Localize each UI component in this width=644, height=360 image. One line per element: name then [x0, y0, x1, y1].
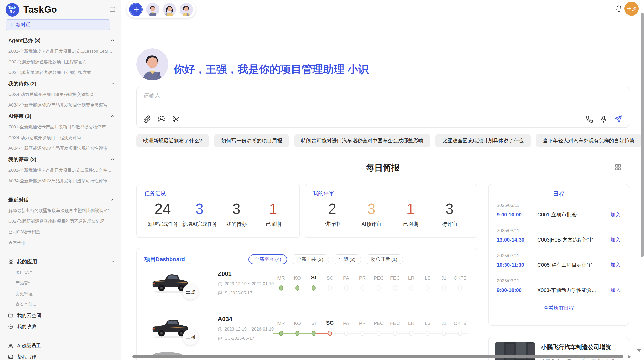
milestone-OKTB: OKTB — [452, 274, 468, 292]
filter-tab[interactable]: 全新上装 (3) — [291, 254, 329, 264]
microphone-icon[interactable] — [600, 115, 607, 123]
join-link[interactable]: 加入 — [610, 236, 621, 243]
list-item[interactable]: Z001-全新燃油轻卡产品开发项目SI节点属性5D文件评审 — [0, 165, 121, 176]
vertical-scrollbar[interactable] — [641, 13, 644, 257]
sidebar-item-ai-super-staff[interactable]: AI超级员工 — [0, 340, 121, 351]
chevron-up-icon[interactable] — [110, 81, 115, 87]
chat-input[interactable] — [143, 92, 622, 99]
stat-label: AI预评审 — [352, 221, 391, 228]
milestone-SC: SC — [322, 319, 338, 337]
sidebar-header: Task Go TaskGo — [0, 0, 121, 19]
view-all-chats[interactable]: 查看全部... — [0, 237, 121, 248]
section-title: 我的评审 (2) — [8, 156, 36, 163]
suggestion-chip[interactable]: 欧洲新规最近颁布了什么? — [136, 134, 209, 147]
chevron-up-icon[interactable] — [110, 197, 115, 204]
join-link[interactable]: 加入 — [610, 211, 621, 218]
project-info: Z001 2023-12-19 ~ 2027-01-19 SI-2025-05-… — [218, 270, 274, 296]
list-item[interactable]: Z001-全新燃油皮卡产品开发项目SI节点Lesson Learn报告 — [0, 46, 121, 57]
list-item[interactable]: C02-飞腾新能源轻客改款项目里程碑画布 — [0, 57, 121, 67]
dashboard-header: 项目Dashboard 全新平台 (4) 全新上装 (3) 年型 (2) 动总开… — [144, 254, 469, 264]
stat-value: 3 — [352, 200, 391, 217]
section-title: AI评审 (3) — [8, 113, 31, 120]
section-my-review[interactable]: 我的评审 (2) — [0, 154, 121, 165]
scissors-icon[interactable] — [172, 115, 180, 123]
suggestion-chip[interactable]: 当下年轻人对汽车外观有怎样的喜好趋势 — [536, 134, 641, 147]
filter-tab[interactable]: 动总开发 (1) — [365, 254, 403, 264]
assistant-avatar — [136, 48, 168, 80]
scroll-down-arrow[interactable] — [637, 349, 641, 352]
clock-icon — [218, 327, 223, 332]
collapse-sidebar-icon[interactable] — [109, 6, 116, 14]
sidebar-item-cloud-space[interactable]: 我的云空间 — [0, 310, 121, 321]
list-item[interactable]: 公司Q3轻卡销量 — [0, 227, 121, 237]
join-link[interactable]: 加入 — [610, 287, 621, 294]
section-title: 最近对话 — [8, 197, 29, 203]
notifications-bell-icon[interactable] — [615, 5, 623, 14]
input-toolbar — [143, 115, 622, 123]
agent-avatar-2[interactable] — [163, 3, 176, 16]
sidebar-item-product-mgmt[interactable]: 产品管理 — [0, 278, 121, 289]
divider — [0, 190, 121, 190]
list-item[interactable]: C02-飞腾新能源轻客改款项目立项汇报方案 — [0, 67, 121, 78]
view-all-schedule-link[interactable]: 查看所有日程 — [497, 305, 621, 311]
stat: 1 已逾期 — [391, 200, 430, 228]
user-avatar[interactable]: 王强 — [624, 2, 639, 16]
agent-switcher — [127, 1, 196, 18]
list-item[interactable]: A034-全新新能源MUV产品开发项目计划变更类编写 — [0, 100, 121, 111]
section-agent-done[interactable]: Agent已办 (3) — [0, 35, 121, 46]
section-my-apps[interactable]: 我的应用 — [0, 256, 121, 267]
list-item[interactable]: C0X4-动力总成开发项目工程变更评审 — [0, 132, 121, 143]
add-agent-button[interactable] — [129, 3, 143, 16]
chat-input-card — [136, 87, 629, 128]
suggestion-chip[interactable]: 如何写一份清晰的项目周报 — [214, 134, 289, 147]
chevron-up-icon[interactable] — [110, 157, 115, 163]
milestone-FEC: FEC — [387, 274, 403, 292]
chevron-up-icon[interactable] — [110, 114, 115, 120]
list-item[interactable]: C0X4-动力总成开发项目SI里程碑提交物检查 — [0, 89, 121, 100]
milestone-OKTB: OKTB — [452, 319, 468, 337]
suggestion-chip[interactable]: 比亚迪全固态电池计划具体说了什么 — [435, 134, 531, 147]
suggestion-chip[interactable]: 特朗普可能对进口汽车增税会对中国车企造成哪些影响 — [294, 134, 430, 147]
milestone-KO: KO — [289, 274, 305, 292]
section-recent-chats[interactable]: 最近对话 — [0, 194, 121, 205]
stat: 24 新增完成任务 — [144, 200, 181, 228]
list-item[interactable]: A034-全新新能源MUV产品开发项目造型可行性评审 — [0, 176, 121, 186]
image-upload-icon[interactable] — [158, 115, 165, 123]
section-ai-review[interactable]: AI评审 (3) — [0, 111, 121, 122]
plus-icon: + — [9, 22, 13, 28]
project-row[interactable]: 王强 Z001 2023-12-19 ~ 2027-01-19 SI-2025-… — [144, 268, 469, 309]
agent-avatar-3[interactable] — [180, 3, 193, 16]
scroll-right-arrow[interactable] — [628, 355, 631, 359]
list-item[interactable]: C02-飞腾新能源轻客改款项目的闭环通告反馈情况 — [0, 216, 121, 227]
phone-call-icon[interactable] — [586, 115, 593, 123]
badge-star-icon — [8, 324, 13, 329]
project-row[interactable]: 王强 A034 2023-12-19 ~ 2026-01-19 SC-2025-… — [144, 313, 469, 355]
join-link[interactable]: 加入 — [610, 262, 621, 268]
chevron-up-icon[interactable] — [110, 38, 115, 44]
sidebar-item-favorites[interactable]: 我的收藏 — [0, 321, 121, 332]
project-dates: 2023-12-19 ~ 2026-01-19 — [225, 327, 274, 332]
stat-value: 2 — [313, 200, 352, 217]
agent-avatar-1[interactable] — [146, 3, 159, 16]
list-item[interactable]: A034-全新新能源MUV产品开发项目法规符合性评审 — [0, 143, 121, 154]
section-my-todo[interactable]: 我的待办 (2) — [0, 78, 121, 89]
list-item[interactable]: 解释最新出台的欧盟报废车法规再生塑料比例被调至15%... — [0, 205, 121, 216]
dashboard-filters: 全新平台 (4) 全新上装 (3) 年型 (2) 动总开发 (1) — [248, 254, 403, 264]
sidebar-item-change-mgmt[interactable]: 变更管理 — [0, 289, 121, 299]
sidebar-item-project-mgmt[interactable]: 项目管理 — [0, 267, 121, 278]
paperclip-icon[interactable] — [143, 115, 151, 123]
stat-label: 新增完成任务 — [144, 221, 181, 228]
milestone-J1: J1 — [436, 319, 452, 337]
stat-value: 1 — [391, 200, 430, 217]
filter-tab[interactable]: 年型 (2) — [333, 254, 361, 264]
view-all-apps[interactable]: 查看全部... — [0, 299, 121, 310]
chevron-up-icon[interactable] — [110, 259, 115, 265]
list-item[interactable]: Z001-全新燃油轻卡产品开发项目SI造型提交物评审 — [0, 122, 121, 132]
filter-tab[interactable]: 全新平台 (4) — [248, 254, 287, 264]
sidebar-item-help-me-write[interactable]: 帮我写作 — [0, 351, 121, 360]
horizontal-scrollbar[interactable] — [132, 355, 623, 358]
new-chat-button[interactable]: + 新对话 — [6, 19, 110, 30]
send-icon[interactable] — [614, 115, 622, 123]
stat: 3 新增AI完成任务 — [181, 200, 218, 228]
layout-grid-icon[interactable] — [614, 164, 621, 172]
